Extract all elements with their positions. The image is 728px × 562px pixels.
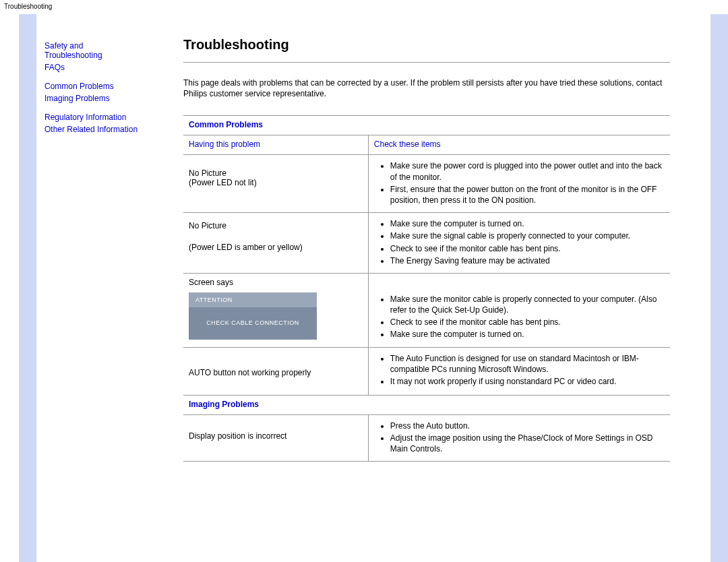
title-divider — [183, 62, 670, 63]
table-row: Screen says ATTENTION CHECK CABLE CONNEC… — [183, 273, 670, 347]
check-item: Press the Auto button. — [390, 420, 665, 431]
problem-cell: AUTO button not working properly — [183, 347, 368, 395]
check-item: Make sure the computer is turned on. — [390, 218, 665, 229]
right-decor-strip — [710, 14, 728, 562]
check-item: Make sure the monitor cable is properly … — [390, 294, 665, 315]
sidebar-link-safety[interactable]: Safety and Troubleshooting — [44, 41, 159, 60]
check-item: First, ensure that the power button on t… — [390, 184, 665, 206]
checks-cell: Make sure the monitor cable is properly … — [368, 273, 670, 347]
problem-cell: Display position is incorrect — [183, 414, 368, 462]
check-item: Make sure the power cord is plugged into… — [390, 160, 665, 182]
sidebar-link-common-problems[interactable]: Common Problems — [44, 82, 159, 91]
column-header-problem: Having this problem — [183, 135, 368, 155]
check-item: Adjust the image position using the Phas… — [390, 433, 665, 454]
attention-body: CHECK CABLE CONNECTION — [189, 307, 317, 340]
check-item: Make sure the computer is turned on. — [390, 329, 665, 340]
problem-text: (Power LED is amber or yellow) — [189, 243, 363, 252]
sidebar-group-1: Safety and Troubleshooting FAQs — [44, 41, 159, 72]
checks-list: Make sure the computer is turned on. Mak… — [390, 218, 665, 266]
sidebar-link-text: Safety and — [44, 41, 83, 51]
check-item: Check to see if the monitor cable has be… — [390, 243, 665, 254]
attention-screen-graphic: ATTENTION CHECK CABLE CONNECTION — [189, 292, 317, 340]
intro-text: This page deals with problems that can b… — [183, 77, 670, 99]
troubleshooting-table: Common Problems Having this problem Chec… — [183, 115, 670, 462]
page-layout: Safety and Troubleshooting FAQs Common P… — [0, 14, 728, 562]
check-item: It may not work properly if using nonsta… — [390, 376, 665, 387]
problem-text: Screen says — [189, 278, 363, 287]
problem-cell: Screen says ATTENTION CHECK CABLE CONNEC… — [183, 273, 368, 347]
problem-text: No Picture — [189, 221, 363, 230]
check-item: The Energy Saving feature may be activat… — [390, 255, 665, 266]
page-header-title: Troubleshooting — [0, 0, 728, 14]
problem-text: (Power LED not lit) — [189, 178, 363, 187]
check-item: Check to see if the monitor cable has be… — [390, 317, 665, 327]
sidebar-link-regulatory[interactable]: Regulatory Information — [44, 113, 159, 122]
section-header-common: Common Problems — [183, 116, 670, 135]
sidebar-link-imaging-problems[interactable]: Imaging Problems — [44, 94, 159, 103]
checks-cell: Make sure the computer is turned on. Mak… — [368, 213, 670, 274]
problem-cell: No Picture (Power LED is amber or yellow… — [183, 213, 368, 274]
section-header-imaging: Imaging Problems — [183, 395, 670, 414]
sidebar-group-3: Regulatory Information Other Related Inf… — [44, 113, 159, 134]
checks-cell: Press the Auto button. Adjust the image … — [368, 414, 670, 462]
section-heading: Imaging Problems — [183, 395, 670, 414]
problem-text: No Picture — [189, 168, 363, 178]
sidebar-link-text: Troubleshooting — [44, 51, 102, 60]
main-content: Troubleshooting This page deals with pro… — [167, 14, 710, 562]
checks-cell: Make sure the power cord is plugged into… — [368, 155, 670, 213]
sidebar-link-faqs[interactable]: FAQs — [44, 63, 159, 72]
table-row: No Picture (Power LED not lit) Make sure… — [183, 155, 670, 213]
page-title: Troubleshooting — [183, 37, 670, 53]
checks-cell: The Auto Function is designed for use on… — [368, 347, 670, 395]
table-row: Display position is incorrect Press the … — [183, 414, 670, 462]
sidebar-link-other-related[interactable]: Other Related Information — [44, 125, 159, 134]
problem-cell: No Picture (Power LED not lit) — [183, 155, 368, 213]
sidebar: Safety and Troubleshooting FAQs Common P… — [36, 14, 167, 562]
check-item: Make sure the signal cable is properly c… — [390, 230, 665, 241]
checks-list: Press the Auto button. Adjust the image … — [390, 420, 665, 455]
left-decor-strip — [19, 14, 36, 562]
checks-list: Make sure the monitor cable is properly … — [390, 294, 665, 340]
table-row: AUTO button not working properly The Aut… — [183, 347, 670, 395]
attention-bar: ATTENTION — [189, 292, 317, 307]
problem-text: Display position is incorrect — [189, 431, 363, 441]
checks-list: Make sure the power cord is plugged into… — [390, 160, 665, 206]
checks-list: The Auto Function is designed for use on… — [390, 353, 665, 387]
column-header-row: Having this problem Check these items — [183, 135, 670, 155]
check-item: The Auto Function is designed for use on… — [390, 353, 665, 375]
section-heading: Common Problems — [183, 116, 670, 135]
problem-text: AUTO button not working properly — [189, 368, 363, 377]
column-header-checks: Check these items — [368, 135, 670, 155]
table-row: No Picture (Power LED is amber or yellow… — [183, 213, 670, 274]
sidebar-group-2: Common Problems Imaging Problems — [44, 82, 159, 103]
